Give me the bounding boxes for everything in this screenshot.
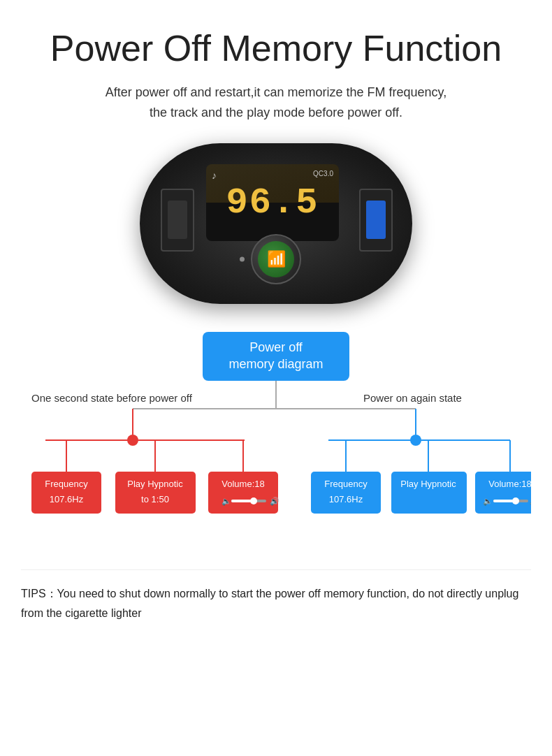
svg-text:memory diagram: memory diagram	[228, 357, 323, 371]
svg-text:Volume:18: Volume:18	[488, 479, 531, 489]
music-note-icon: ♪	[212, 170, 217, 181]
svg-rect-0	[203, 332, 349, 381]
page-title: Power Off Memory Function	[21, 28, 531, 70]
svg-point-18	[410, 435, 421, 446]
svg-point-30	[250, 497, 257, 504]
device-screen: ♪ QC3.0 96.5	[206, 164, 339, 241]
svg-text:One second state before power : One second state before power off	[31, 392, 193, 404]
tips-label: TIPS：	[21, 588, 57, 599]
dial-knob: 📶	[251, 234, 301, 284]
device-image-container: ♪ QC3.0 96.5 📶	[21, 143, 531, 304]
svg-point-17	[127, 435, 138, 446]
svg-rect-25	[208, 472, 278, 514]
svg-text:Power on again state: Power on again state	[363, 392, 462, 404]
svg-text:Play Hypnotic: Play Hypnotic	[127, 479, 183, 489]
page-subtitle: After power off and restart,it can memor…	[21, 82, 531, 123]
dial-inner: 📶	[258, 241, 294, 277]
usb-port-right-inner	[366, 201, 386, 239]
svg-rect-37	[475, 472, 531, 514]
frequency-display: 96.5	[226, 182, 319, 224]
svg-rect-32	[311, 472, 381, 514]
page: Power Off Memory Function After power of…	[0, 0, 552, 644]
svg-text:Frequency: Frequency	[324, 479, 368, 489]
svg-text:🔈: 🔈	[221, 496, 231, 506]
dial-dot	[240, 257, 245, 262]
svg-rect-22	[115, 472, 196, 514]
svg-rect-19	[31, 472, 101, 514]
svg-text:Play Hypnotic: Play Hypnotic	[400, 479, 456, 489]
svg-text:to 1:50: to 1:50	[141, 494, 169, 504]
usb-port-left-inner	[168, 201, 187, 239]
usb-port-left	[161, 189, 194, 252]
svg-text:Volume:18: Volume:18	[221, 479, 264, 489]
qc-label: QC3.0	[313, 170, 333, 177]
svg-point-42	[512, 497, 519, 504]
tips-text: You need to shut down normally to start …	[21, 588, 518, 618]
bluetooth-icon: 📶	[267, 250, 286, 268]
svg-text:Power off: Power off	[249, 340, 303, 354]
svg-text:🔊: 🔊	[270, 496, 279, 506]
svg-text:107.6Hz: 107.6Hz	[50, 494, 84, 504]
svg-rect-35	[391, 472, 467, 514]
svg-text:107.6Hz: 107.6Hz	[329, 494, 363, 504]
tips-section: TIPS：You need to shut down normally to s…	[21, 569, 531, 622]
device: ♪ QC3.0 96.5 📶	[140, 143, 412, 304]
svg-text:🔈: 🔈	[483, 496, 493, 506]
svg-text:Frequency: Frequency	[45, 479, 88, 489]
diagram-svg: Power off memory diagram One sec	[21, 332, 531, 569]
usb-port-right	[359, 189, 393, 252]
svg-text:🔊: 🔊	[530, 496, 531, 506]
power-off-diagram: Power off memory diagram One sec	[21, 332, 531, 569]
